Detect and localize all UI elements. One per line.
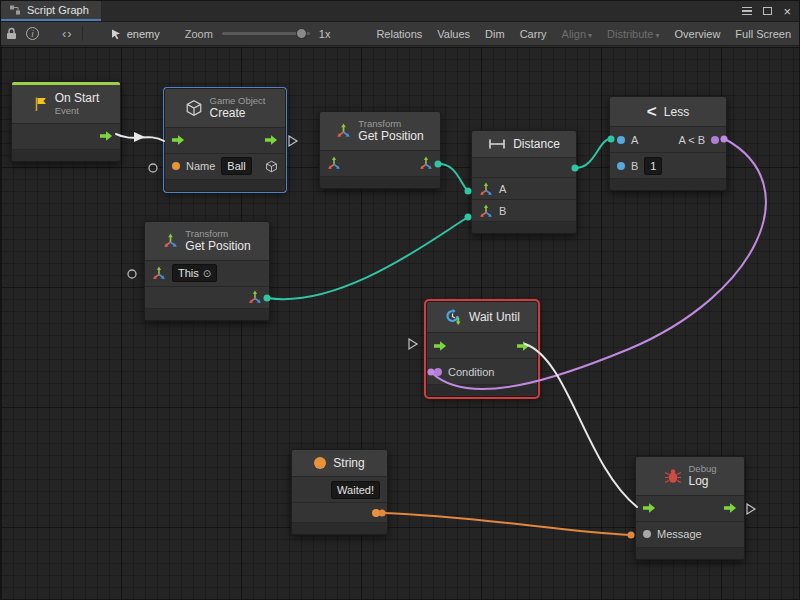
info-icon[interactable]: i: [26, 27, 39, 40]
a-input-port[interactable]: [617, 136, 625, 144]
chevron-down-icon: ▾: [588, 31, 592, 40]
b-port-row: B 1: [610, 152, 726, 178]
toolbar-separator: [82, 26, 83, 41]
transform-axes-icon: [336, 123, 351, 138]
result-port-label: A < B: [678, 134, 705, 146]
flow-row: [12, 123, 120, 149]
output-port-row: [292, 502, 387, 522]
node-footer: [472, 221, 576, 233]
game-object-output-port[interactable]: [265, 160, 278, 173]
flow-output-port[interactable]: [100, 131, 113, 141]
result-port-row: [472, 157, 576, 177]
flag-icon: [33, 96, 48, 112]
node-get-position-1[interactable]: Transform Get Position: [319, 111, 441, 189]
distribute-button[interactable]: Distribute▾: [604, 26, 662, 42]
transform-input-port[interactable]: [152, 266, 166, 280]
node-distance[interactable]: Distance A B: [471, 130, 577, 234]
target-value: This: [178, 267, 199, 279]
align-button[interactable]: Align▾: [559, 26, 595, 42]
b-value-field[interactable]: 1: [644, 157, 662, 175]
node-kind: Transform: [358, 118, 401, 129]
node-string[interactable]: String Waited!: [291, 449, 388, 535]
wire-onstart-to-create: [116, 134, 164, 141]
node-title: Less: [664, 105, 689, 119]
target-name: enemy: [127, 28, 160, 40]
fullscreen-button[interactable]: Full Screen: [732, 26, 794, 42]
node-title: Distance: [513, 137, 560, 151]
unconnected-value-port[interactable]: [149, 164, 157, 172]
condition-label: Condition: [448, 366, 494, 378]
dim-button[interactable]: Dim: [482, 26, 508, 42]
flow-output-port[interactable]: [265, 135, 278, 145]
position-output-port[interactable]: [248, 290, 262, 304]
node-title: Get Position: [358, 129, 423, 143]
bug-icon: [664, 468, 682, 484]
node-less[interactable]: < Less A A < B B 1: [609, 96, 727, 191]
align-label: Align: [562, 28, 586, 40]
graph-canvas[interactable]: On Start Event Game Object Create: [1, 47, 800, 600]
graph-target[interactable]: enemy: [110, 28, 160, 40]
node-game-object-create[interactable]: Game Object Create Name Ball: [164, 88, 286, 192]
node-footer: [320, 176, 440, 188]
relations-button[interactable]: Relations: [373, 26, 425, 42]
object-picker-icon[interactable]: ⊙: [203, 268, 211, 279]
a-input-port[interactable]: [479, 182, 493, 196]
carry-button[interactable]: Carry: [517, 26, 550, 42]
string-header: String: [292, 450, 387, 476]
tab-script-graph[interactable]: Script Graph: [1, 1, 101, 21]
b-port-label: B: [631, 160, 638, 172]
collapse-icon[interactable]: ‹›: [62, 26, 73, 41]
node-kind: Game Object: [210, 95, 266, 106]
string-output-port[interactable]: [372, 509, 380, 517]
string-value-field[interactable]: Waited!: [331, 481, 380, 499]
flow-input-port[interactable]: [172, 135, 185, 145]
node-footer: [145, 308, 269, 320]
condition-input-port[interactable]: [434, 368, 442, 376]
name-input-port[interactable]: [172, 162, 180, 170]
cube-icon: [185, 99, 203, 117]
node-title: String: [333, 456, 364, 470]
b-port-row: B: [472, 199, 576, 221]
node-footer: [165, 179, 285, 191]
position-output-port[interactable]: [419, 156, 433, 170]
values-button[interactable]: Values: [434, 26, 473, 42]
b-input-port[interactable]: [479, 204, 493, 218]
lock-icon[interactable]: [6, 27, 17, 40]
message-input-port[interactable]: [643, 530, 651, 538]
unconnected-flow-stub[interactable]: [289, 136, 297, 146]
target-field[interactable]: This ⊙: [172, 264, 217, 282]
zoom-value: 1x: [319, 28, 331, 40]
transform-axes-icon: [163, 233, 178, 248]
transform-input-port[interactable]: [327, 156, 341, 170]
condition-port-row: Condition: [427, 358, 537, 384]
node-on-start-event[interactable]: On Start Event: [11, 81, 121, 162]
flow-output-port[interactable]: [517, 341, 530, 351]
distance-header: Distance: [472, 131, 576, 157]
script-machine-icon: [110, 28, 122, 40]
script-graph-icon: [9, 4, 21, 16]
node-debug-log[interactable]: Debug Log Message: [635, 456, 745, 560]
a-port-label: A: [631, 134, 638, 146]
flow-input-port[interactable]: [434, 341, 447, 351]
node-get-position-2[interactable]: Transform Get Position This ⊙: [144, 221, 270, 321]
unconnected-flow-stub[interactable]: [409, 339, 417, 349]
result-output-port[interactable]: [711, 136, 719, 144]
b-input-port[interactable]: [617, 162, 625, 170]
node-wait-until[interactable]: Wait Until Condition: [426, 301, 538, 397]
node-kind: Debug: [689, 463, 717, 474]
overview-button[interactable]: Overview: [672, 26, 724, 42]
maximize-button[interactable]: [763, 7, 772, 15]
flow-arrowhead: [134, 132, 145, 142]
unconnected-flow-stub[interactable]: [747, 504, 755, 514]
zoom-slider[interactable]: [222, 32, 310, 35]
window-menu-icon[interactable]: [742, 7, 752, 16]
node-footer: [636, 547, 744, 559]
close-button[interactable]: ×: [783, 5, 791, 18]
name-field[interactable]: Ball: [221, 157, 251, 175]
flow-output-port[interactable]: [724, 503, 737, 513]
wire-getpos1-to-distance-a: [439, 164, 468, 191]
flow-input-port[interactable]: [643, 503, 656, 513]
node-footer: [292, 522, 387, 534]
unconnected-value-port[interactable]: [128, 270, 136, 278]
zoom-knob[interactable]: [296, 28, 307, 39]
